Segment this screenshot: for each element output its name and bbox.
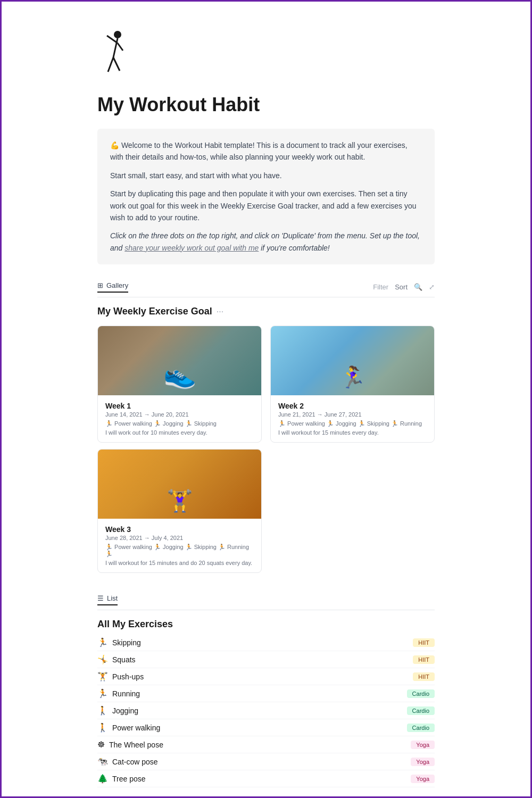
exercise-name-2: Push-ups [112, 672, 144, 681]
exercise-row[interactable]: 🚶 Jogging Cardio [97, 702, 435, 719]
exercise-row[interactable]: 🚶 Power walking Cardio [97, 719, 435, 736]
gallery-card-1[interactable]: Week 1 June 14, 2021 → June 20, 2021 🏃 P… [97, 326, 262, 443]
card-1-date: June 14, 2021 → June 20, 2021 [105, 411, 254, 418]
card-2-tags: 🏃 Power walking 🏃 Jogging 🏃 Skipping 🏃 R… [278, 420, 427, 427]
exercise-name-6: The Wheel pose [109, 741, 163, 749]
list-section: ☰ List All My Exercises 🏃 Skipping HIIT … [97, 594, 435, 787]
card-2-date: June 21, 2021 → June 27, 2021 [278, 411, 427, 418]
card-1-image [98, 326, 261, 395]
search-icon[interactable]: 🔍 [414, 283, 422, 291]
gallery-title-row: My Weekly Exercise Goal ··· [97, 306, 435, 317]
gallery-card-3[interactable]: Week 3 June 28, 2021 → July 4, 2021 🏃 Po… [97, 449, 262, 573]
gallery-tab[interactable]: ⊞ Gallery [97, 281, 128, 293]
list-icon: ☰ [97, 594, 104, 602]
intro-line-1: 💪 Welcome to the Workout Habit template!… [110, 139, 422, 163]
svg-point-0 [114, 31, 121, 38]
exercise-left-2: 🏋 Push-ups [97, 671, 144, 681]
sort-label[interactable]: Sort [395, 283, 408, 291]
hero-icon [97, 28, 435, 83]
exercise-name-3: Running [112, 689, 140, 698]
exercise-icon-0: 🏃 [97, 637, 108, 647]
exercise-left-0: 🏃 Skipping [97, 637, 141, 647]
gallery-grid: Week 1 June 14, 2021 → June 20, 2021 🏃 P… [97, 326, 435, 443]
exercise-left-4: 🚶 Jogging [97, 705, 138, 716]
exercise-left-5: 🚶 Power walking [97, 722, 160, 733]
exercise-name-5: Power walking [112, 724, 160, 732]
expand-icon[interactable]: ⤢ [429, 283, 435, 291]
card-2-week: Week 2 [278, 402, 427, 410]
card-2-note: I will workout for 15 minutes every day. [278, 429, 427, 436]
exercise-left-6: ☸ The Wheel pose [97, 739, 163, 750]
intro-line-2: Start small, start easy, and start with … [110, 170, 422, 181]
gallery-section-title: My Weekly Exercise Goal [97, 306, 212, 317]
list-section-title: All My Exercises [97, 619, 435, 630]
exercise-tag-1: HIIT [413, 655, 435, 664]
gallery-bottom-row: Week 3 June 28, 2021 → July 4, 2021 🏃 Po… [97, 449, 435, 573]
gallery-card-2[interactable]: Week 2 June 21, 2021 → June 27, 2021 🏃 P… [270, 326, 435, 443]
gallery-dots-menu[interactable]: ··· [217, 307, 223, 317]
exercise-icon-8: 🌲 [97, 774, 108, 784]
exercise-tag-5: Cardio [407, 724, 435, 732]
exercise-row[interactable]: 🏃 Running Cardio [97, 685, 435, 702]
exercise-icon-5: 🚶 [97, 722, 108, 733]
card-1-week: Week 1 [105, 402, 254, 410]
exercise-icon-7: 🐄 [97, 757, 108, 767]
exercise-icon-3: 🏃 [97, 688, 108, 699]
exercise-name-0: Skipping [112, 638, 141, 647]
exercise-icon-1: 🤸 [97, 654, 108, 664]
page-title: My Workout Habit [97, 94, 435, 116]
exercise-left-8: 🌲 Tree pose [97, 774, 146, 784]
intro-box: 💪 Welcome to the Workout Habit template!… [97, 129, 435, 264]
card-3-week: Week 3 [105, 525, 254, 534]
exercise-list: 🏃 Skipping HIIT 🤸 Squats HIIT 🏋 Push-ups… [97, 634, 435, 787]
exercise-left-7: 🐄 Cat-cow pose [97, 757, 158, 767]
card-3-image [98, 450, 261, 519]
gallery-divider [97, 297, 435, 297]
filter-label[interactable]: Filter [373, 283, 388, 291]
exercise-left-1: 🤸 Squats [97, 654, 136, 664]
exercise-name-4: Jogging [112, 706, 138, 715]
list-tab[interactable]: ☰ List [97, 594, 118, 605]
exercise-row[interactable]: 🐄 Cat-cow pose Yoga [97, 753, 435, 770]
exercise-left-3: 🏃 Running [97, 688, 140, 699]
exercise-icon-2: 🏋 [97, 671, 108, 681]
exercise-tag-6: Yoga [411, 741, 435, 749]
svg-line-5 [113, 57, 120, 71]
card-2-image [271, 326, 434, 395]
exercise-icon-6: ☸ [97, 739, 105, 750]
exercise-row[interactable]: 🤸 Squats HIIT [97, 651, 435, 668]
card-3-tags: 🏃 Power walking 🏃 Jogging 🏃 Skipping 🏃 R… [105, 544, 254, 558]
svg-line-4 [108, 57, 113, 72]
exercise-tag-2: HIIT [413, 672, 435, 681]
card-3-note: I will workout for 15 minutes and do 20 … [105, 560, 254, 566]
exercise-name-1: Squats [112, 655, 136, 664]
card-3-date: June 28, 2021 → July 4, 2021 [105, 535, 254, 541]
exercise-tag-8: Yoga [411, 775, 435, 783]
view-controls: Filter Sort 🔍 ⤢ [373, 283, 435, 291]
intro-line-3: Start by duplicating this page and then … [110, 188, 422, 223]
gallery-icon: ⊞ [97, 281, 103, 289]
exercise-icon-4: 🚶 [97, 705, 108, 716]
exercise-row[interactable]: 🏋 Push-ups HIIT [97, 668, 435, 685]
exercise-tag-4: Cardio [407, 706, 435, 715]
card-1-note: I will work out for 10 minutes every day… [105, 429, 254, 436]
intro-line-4: Click on the three dots on the top right… [110, 230, 422, 254]
exercise-name-8: Tree pose [112, 775, 146, 783]
list-divider [97, 610, 435, 610]
exercise-name-7: Cat-cow pose [112, 758, 158, 766]
exercise-row[interactable]: 🏃 Skipping HIIT [97, 634, 435, 651]
share-link[interactable]: share your weekly work out goal with me [124, 244, 259, 252]
exercise-row[interactable]: ☸ The Wheel pose Yoga [97, 736, 435, 753]
card-1-tags: 🏃 Power walking 🏃 Jogging 🏃 Skipping [105, 420, 254, 427]
gallery-section-header: ⊞ Gallery Filter Sort 🔍 ⤢ [97, 281, 435, 293]
exercise-tag-3: Cardio [407, 689, 435, 698]
gallery-empty-slot [270, 449, 435, 573]
svg-line-3 [118, 43, 123, 51]
exercise-tag-7: Yoga [411, 758, 435, 766]
exercise-tag-0: HIIT [413, 638, 435, 647]
exercise-row[interactable]: 🌲 Tree pose Yoga [97, 770, 435, 787]
